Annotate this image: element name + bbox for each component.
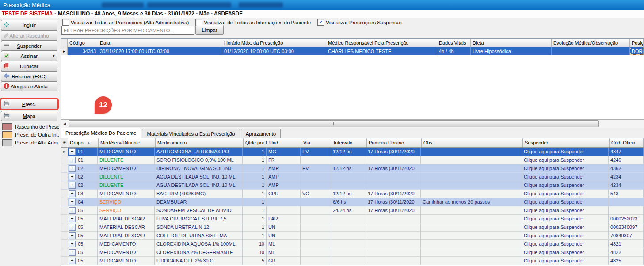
column-header-grupo[interactable]: Grupo▲ <box>68 138 99 147</box>
cell-primeiro-horario <box>366 257 421 265</box>
sidebar-button-mapa[interactable]: Mapa <box>1 111 57 121</box>
prescription-item-row[interactable]: +02MEDICAMENTODIPIRONA - NOVALGINA SOL I… <box>61 164 644 173</box>
column-header-codigo[interactable]: Código <box>68 39 98 47</box>
prescription-item-row[interactable]: +03MEDICAMENTOBACTRIM (400/80MG)1CPRVO12… <box>61 190 644 198</box>
tab-prescricao-medica-do-paciente[interactable]: Prescrição Médica Do Paciente <box>61 128 141 138</box>
suspend-link[interactable]: Clique aqui para Suspender <box>522 198 609 206</box>
expand-button[interactable]: + <box>69 241 76 247</box>
sidebar-button-label: Retornar (ESC) <box>11 74 46 79</box>
expand-button[interactable]: + <box>69 174 76 180</box>
suspend-link[interactable]: Clique aqui para Suspender <box>522 156 609 164</box>
suspend-link[interactable]: Clique aqui para Suspender <box>522 206 609 214</box>
sidebar-button-incluir[interactable]: Incluir <box>1 20 57 30</box>
prescription-item-row[interactable]: +05MATERIAL DESCARCOLETOR DE URINA SISTE… <box>61 232 644 240</box>
tab-aprazamento[interactable]: Aprazamento <box>241 129 281 138</box>
prescription-item-row[interactable]: +01DILUENTESORO FISIOLOGICO 0,9% 100 ML1… <box>61 156 644 164</box>
expand-button[interactable]: + <box>69 190 76 197</box>
items-grid-header: ✳Grupo▲Med/Serv/DiluenteMedicamentoQtde … <box>61 138 644 148</box>
column-header-cod-oficial[interactable]: Cód. Oficial <box>610 138 644 147</box>
cell-data: 30/11/2020 17:00:00 UTC-03:00 <box>98 47 222 55</box>
expand-button[interactable]: + <box>69 148 76 155</box>
sidebar-button-retornar-esc[interactable]: Retornar (ESC) <box>1 71 57 81</box>
column-header-indicator[interactable] <box>61 39 68 47</box>
cell-med-serv-diluente: MATERIAL DESCAR <box>98 232 155 239</box>
suspend-link[interactable]: Clique aqui para Suspender <box>522 248 609 256</box>
column-header-horario-max-da-prescricao[interactable]: Horário Máx. da Prescrição <box>222 39 326 47</box>
expand-button[interactable]: + <box>69 258 76 264</box>
suspend-link[interactable]: Clique aqui para Suspender <box>522 181 609 189</box>
sidebar-button-alergias-e-alerta[interactable]: Alergias e Alerta <box>1 81 57 91</box>
scroll-left-arrow[interactable]: ◀ <box>61 120 68 128</box>
cell-qtde-por-hor: 1 <box>243 232 267 239</box>
group-number: 05 <box>78 208 83 213</box>
column-header-primeiro-horario[interactable]: Primeiro Horário <box>367 138 422 147</box>
prescription-row[interactable]: ▸3434330/11/2020 17:00:00 UTC-03:0001/12… <box>61 47 644 55</box>
cell-cod-oficial: 4234 <box>609 173 644 181</box>
cell-via <box>301 181 331 189</box>
column-header-suspender[interactable]: Suspender <box>523 138 610 147</box>
expand-button[interactable]: + <box>69 224 76 231</box>
column-header-dados-vitais[interactable]: Dados Vitais <box>437 39 471 47</box>
column-header-und[interactable]: Und. <box>267 138 301 147</box>
checkbox-visualizar-todas-as-prescricoes-alta-administrativa[interactable]: Visualizar Todas as Prescrições (Alta Ad… <box>62 19 189 26</box>
checkbox-visualizar-prescricoes-suspensas[interactable]: ✓Visualizar Prescrições Suspensas <box>317 19 402 26</box>
expand-button[interactable]: + <box>69 232 76 239</box>
sidebar-button-alterar-rascunho[interactable]: Alterar Rascunho <box>1 30 57 41</box>
scrollbar-track[interactable] <box>68 120 644 128</box>
column-header-intervalo[interactable]: Intervalo <box>332 138 367 147</box>
medication-filter-input[interactable] <box>61 26 194 35</box>
expand-button[interactable]: + <box>69 165 76 172</box>
sidebar-button-presc[interactable]: Presc. <box>1 99 57 109</box>
prescription-item-row[interactable]: +05MATERIAL DESCARLUVA CIRURGICA ESTERIL… <box>61 215 644 223</box>
cell-med-serv-diluente: SERVIÇO <box>98 198 155 206</box>
cell-qtde-por-hor: 1 <box>243 156 267 164</box>
expand-button[interactable]: + <box>69 182 76 189</box>
expand-button[interactable]: + <box>69 199 76 205</box>
prescription-item-row[interactable]: +02DILUENTEAGUA DESTILADA SOL. INJ. 10 M… <box>61 173 644 181</box>
prescription-item-row[interactable]: +05MEDICAMENTOLIDOCAINA GEL 2% 30 G5GRCl… <box>61 257 644 265</box>
suspend-link[interactable]: Clique aqui para Suspender <box>522 164 609 172</box>
expand-button[interactable]: + <box>69 157 76 163</box>
expand-button[interactable]: + <box>69 249 76 256</box>
suspend-link[interactable]: Clique aqui para Suspender <box>522 190 609 198</box>
dropdown-arrow-icon[interactable]: ▼ <box>50 51 57 61</box>
cell-via <box>301 223 331 231</box>
suspend-link[interactable]: Clique aqui para Suspender <box>522 232 609 239</box>
prescription-item-row[interactable]: +04SERVIÇODEAMBULAR16/6 hs17 Horas (30/1… <box>61 198 644 206</box>
sidebar-button-assinar[interactable]: Assinar▼ <box>1 51 57 61</box>
prescription-item-row[interactable]: ▸+01MEDICAMENTOAZITROMICINA - ZITROMAX P… <box>61 148 644 156</box>
column-header-data[interactable]: Data <box>98 39 222 47</box>
scrollbar-thumb[interactable] <box>69 120 599 127</box>
grid-customize-button[interactable]: ✳ <box>61 138 68 147</box>
column-header-dieta[interactable]: Dieta <box>471 39 552 47</box>
prescription-item-row[interactable]: +02DILUENTEAGUA DESTILADA SOL. INJ. 10 M… <box>61 181 644 190</box>
expand-button[interactable]: + <box>69 207 76 214</box>
clear-filter-button[interactable]: Limpar <box>195 25 224 35</box>
prescription-item-row[interactable]: +05MEDICAMENTOCLOREXIDINA AQUOSA 1% 100M… <box>61 240 644 248</box>
suspend-link[interactable]: Clique aqui para Suspender <box>522 173 609 181</box>
column-header-evolucao-medica-observacao[interactable]: Evolução Médica/Observação <box>552 39 630 47</box>
patient-details: - MASCULINO - 48 Anos, 9 Meses e 30 Dias… <box>54 11 242 17</box>
suspend-link[interactable]: Clique aqui para Suspender <box>522 215 609 223</box>
column-header-obs[interactable]: Obs. <box>422 138 523 147</box>
column-header-medicamento[interactable]: Medicamento <box>156 138 244 147</box>
column-header-med-serv-diluente[interactable]: Med/Serv/Diluente <box>99 138 156 147</box>
column-header-posicao-do-paciente[interactable]: Posição do Paciente <box>630 39 644 47</box>
sidebar-button-suspender[interactable]: Suspender <box>1 41 57 51</box>
cell-grupo: +02 <box>68 181 98 189</box>
column-header-medico-responsavel-pela-prescricao[interactable]: Médico Responsável Pela Prescrição <box>326 39 437 47</box>
suspend-link[interactable]: Clique aqui para Suspender <box>522 223 609 231</box>
expand-button[interactable]: + <box>69 216 76 222</box>
prescription-item-row[interactable]: +05SERVIÇOSONDAGEM VESICAL DE ALíVIO124/… <box>61 206 644 215</box>
suspend-link[interactable]: Clique aqui para Suspender <box>522 240 609 248</box>
column-header-qtde-por-hor[interactable]: Qtde por Hor <box>244 138 267 147</box>
tab-materiais-vinculados-a-esta-prescricao[interactable]: Materiais Vinculados a Esta Prescrição <box>142 129 240 138</box>
column-header-via[interactable]: Via <box>301 138 332 147</box>
prescription-item-row[interactable]: +05MATERIAL DESCARSONDA URETRAL N 121UNC… <box>61 223 644 232</box>
suspend-link[interactable]: Clique aqui para Suspender <box>522 148 609 156</box>
cell-primeiro-horario: 17 Horas (30/11/2020 <box>366 190 421 198</box>
suspend-link[interactable]: Clique aqui para Suspender <box>522 257 609 265</box>
prescription-item-row[interactable]: +05MEDICAMENTOCLOREXIDINA 2% DEGERMANTE1… <box>61 248 644 257</box>
sidebar-button-duplicar[interactable]: Duplicar <box>1 61 57 71</box>
redacted-text <box>147 2 231 8</box>
